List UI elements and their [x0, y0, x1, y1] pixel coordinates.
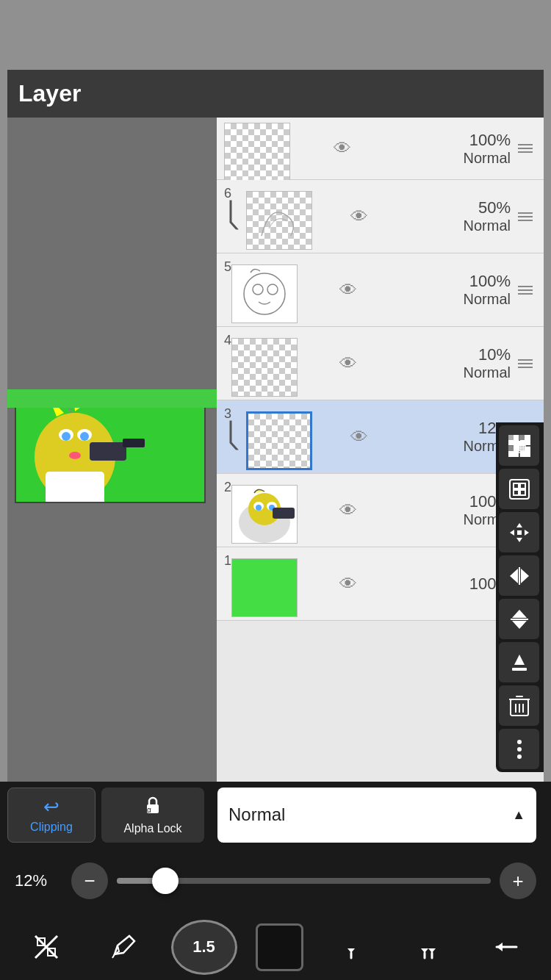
svg-point-81: [517, 740, 522, 744]
layer-thumbnail: [246, 191, 312, 250]
undo-button[interactable]: [322, 920, 381, 975]
svg-rect-59: [520, 483, 525, 489]
clipping-button[interactable]: ↩ Clipping: [7, 788, 96, 843]
svg-point-6: [80, 432, 89, 441]
svg-marker-68: [521, 569, 529, 583]
layer-menu-button[interactable]: [514, 140, 536, 156]
svg-rect-12: [123, 439, 145, 447]
svg-marker-63: [516, 538, 522, 542]
svg-marker-62: [516, 523, 522, 527]
brush-size-value: 1.5: [192, 937, 215, 956]
svg-text:▦: ▦: [512, 436, 527, 455]
alpha-lock-button[interactable]: α Alpha Lock: [101, 788, 204, 843]
svg-point-5: [62, 432, 71, 441]
table-row[interactable]: 5 👁 100% Normal: [217, 253, 544, 327]
layer-thumbnail: [231, 485, 298, 544]
visibility-toggle[interactable]: 👁: [350, 206, 368, 227]
svg-rect-10: [46, 472, 104, 503]
blend-mode-selector[interactable]: Normal ▲: [217, 788, 536, 843]
right-tools-panel: ▦: [496, 422, 544, 772]
visibility-toggle[interactable]: 👁: [339, 500, 357, 521]
opacity-row: 12% − +: [0, 848, 551, 914]
svg-rect-61: [520, 490, 525, 495]
svg-rect-69: [519, 567, 520, 585]
table-row[interactable]: 4 👁 10% Normal: [217, 327, 544, 400]
opacity-value: 12%: [15, 871, 62, 890]
svg-line-90: [112, 954, 115, 958]
layer-menu-button[interactable]: [514, 209, 536, 225]
svg-marker-92: [421, 948, 428, 953]
flatten-button[interactable]: [499, 642, 539, 682]
visibility-toggle[interactable]: 👁: [339, 280, 357, 300]
layer-thumbnail: [231, 558, 298, 617]
layer-thumbnail: [246, 411, 312, 470]
layer-info: 50% Normal: [411, 198, 514, 234]
svg-rect-31: [247, 192, 311, 249]
table-row[interactable]: 3 👁 12% Normal: [217, 400, 544, 474]
layer-thumbnail: [231, 264, 298, 323]
visibility-toggle[interactable]: 👁: [334, 138, 351, 159]
more-options-button[interactable]: [499, 729, 539, 769]
panel-title: Layer: [7, 70, 544, 118]
opacity-increase-button[interactable]: +: [500, 862, 536, 899]
svg-marker-70: [512, 610, 527, 618]
color-selector-button[interactable]: [256, 923, 303, 971]
opacity-decrease-button[interactable]: −: [71, 862, 108, 899]
table-row[interactable]: 2 👁 100% Normal: [217, 474, 544, 547]
move-button[interactable]: [499, 512, 539, 552]
svg-rect-11: [90, 442, 126, 461]
alpha-lock-label: Alpha Lock: [123, 822, 181, 835]
clipping-label: Clipping: [30, 821, 73, 834]
pencil-tool-button[interactable]: [94, 920, 153, 975]
svg-rect-43: [273, 508, 295, 519]
blend-mode-arrow: ▲: [512, 807, 525, 823]
svg-point-13: [69, 452, 81, 459]
table-row[interactable]: 👁 100% Normal: [217, 118, 544, 180]
svg-marker-67: [510, 569, 518, 583]
opacity-slider[interactable]: [117, 878, 491, 884]
svg-point-82: [517, 747, 522, 752]
flip-h-button[interactable]: [499, 555, 539, 596]
reference-button[interactable]: [499, 469, 539, 509]
layer-menu-button[interactable]: [514, 356, 536, 372]
layer-info: 100% Normal: [404, 272, 514, 308]
back-button[interactable]: [476, 920, 535, 975]
table-row[interactable]: 6 👁: [217, 180, 544, 253]
svg-marker-74: [514, 655, 525, 665]
svg-rect-72: [511, 619, 528, 620]
svg-marker-91: [347, 948, 355, 953]
visibility-toggle[interactable]: 👁: [339, 353, 357, 374]
svg-rect-66: [517, 530, 522, 535]
svg-marker-65: [525, 530, 529, 536]
nav-bar: 1.5: [0, 914, 551, 980]
layer-thumbnail: [231, 338, 298, 397]
layer-menu-button[interactable]: [514, 282, 536, 298]
svg-rect-60: [514, 490, 519, 495]
table-row[interactable]: 1 👁 100%: [217, 547, 544, 621]
svg-point-41: [256, 505, 262, 511]
svg-point-83: [517, 754, 522, 759]
flip-v-button[interactable]: [499, 599, 539, 639]
layer-thumbnail: [224, 123, 290, 181]
svg-marker-71: [512, 621, 527, 629]
checkerboard-button[interactable]: ▦: [499, 425, 539, 466]
delete-layer-button[interactable]: [499, 685, 539, 726]
brush-size-button[interactable]: 1.5: [171, 920, 237, 975]
svg-marker-93: [428, 948, 436, 953]
svg-text:α: α: [147, 806, 151, 814]
layer-info: 100% Normal: [400, 131, 514, 167]
visibility-toggle[interactable]: 👁: [339, 574, 357, 594]
svg-marker-64: [510, 530, 514, 536]
redo-button[interactable]: [399, 920, 458, 975]
blend-mode-toolbar: ↩ Clipping α Alpha Lock Normal ▲: [0, 782, 551, 848]
visibility-toggle[interactable]: 👁: [350, 427, 368, 447]
transform-tool-button[interactable]: [17, 920, 76, 975]
svg-rect-73: [512, 668, 527, 671]
blend-mode-label: Normal: [228, 804, 285, 825]
layer-info: 10% Normal: [404, 345, 514, 381]
svg-marker-95: [497, 943, 503, 951]
svg-rect-58: [514, 483, 519, 489]
